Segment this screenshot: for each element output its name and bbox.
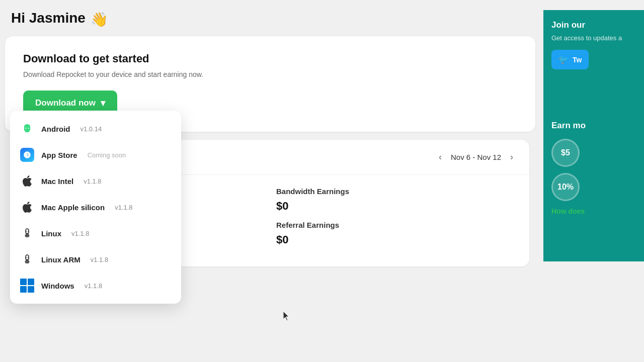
svg-point-5 — [28, 128, 29, 129]
list-item-mac-apple[interactable]: Mac Apple silicon v1.1.8 — [10, 194, 181, 220]
date-range-label: Nov 6 - Nov 12 — [451, 153, 501, 161]
svg-point-6 — [26, 231, 27, 232]
earn-title: Earn mo — [551, 121, 636, 131]
twitter-button[interactable]: 🐦 Tw — [551, 50, 589, 69]
earn-card: Earn mo $5 10% How does — [543, 111, 644, 261]
download-btn-label: Download now — [35, 98, 96, 108]
linux-label: Linux — [41, 229, 61, 238]
earn-badge-dollar: $5 — [551, 139, 580, 167]
earnings-block: Bandwidth Earnings $0 Referral Earnings … — [276, 187, 517, 254]
bandwidth-label: Bandwidth Earnings — [276, 187, 517, 196]
referral-value: $0 — [276, 233, 517, 246]
how-does-link[interactable]: How does — [551, 207, 636, 215]
appstore-icon — [20, 148, 34, 162]
android-icon — [20, 122, 34, 136]
list-item-android[interactable]: Android v1.0.14 — [10, 116, 181, 142]
appstore-soon: Coming soon — [88, 151, 126, 159]
greeting-emoji: 👋 — [91, 11, 108, 28]
svg-point-9 — [28, 257, 29, 258]
earn-badge-percent: 10% — [551, 173, 580, 201]
windows-version: v1.1.8 — [85, 282, 102, 290]
windows-label: Windows — [41, 282, 74, 290]
linux-arm-icon — [20, 252, 34, 266]
list-item-mac-intel[interactable]: Mac Intel v1.1.8 — [10, 168, 181, 194]
linux-icon — [20, 226, 34, 240]
windows-icon — [20, 279, 34, 293]
list-item-linux[interactable]: Linux v1.1.8 — [10, 220, 181, 246]
svg-point-4 — [26, 128, 27, 129]
download-dropdown: Android v1.0.14 App Store Coming soon Ma… — [10, 111, 181, 304]
list-item-linux-arm[interactable]: Linux ARM v1.1.8 — [10, 246, 181, 273]
appstore-label: App Store — [41, 151, 77, 159]
svg-point-7 — [28, 231, 29, 232]
linux-version: v1.1.8 — [71, 230, 89, 237]
svg-point-8 — [26, 257, 27, 258]
list-item-windows[interactable]: Windows v1.1.8 — [10, 273, 181, 299]
prev-period-button[interactable]: ‹ — [435, 150, 446, 164]
mac-apple-version: v1.1.8 — [115, 204, 132, 211]
download-card-subtitle: Download Repocket to your device and sta… — [23, 70, 517, 78]
list-item-appstore[interactable]: App Store Coming soon — [10, 142, 181, 168]
android-label: Android — [41, 125, 70, 133]
android-version: v1.0.14 — [80, 125, 102, 133]
greeting-text: Hi Jasmine — [8, 10, 86, 26]
next-period-button[interactable]: › — [506, 150, 517, 164]
mac-intel-icon — [20, 174, 34, 188]
mac-intel-label: Mac Intel — [41, 177, 73, 186]
join-card: Join our Get access to updates a 🐦 Tw — [543, 10, 644, 111]
mac-apple-icon — [20, 200, 34, 214]
right-sidebar: Join our Get access to updates a 🐦 Tw Ea… — [543, 10, 644, 362]
referral-label: Referral Earnings — [276, 221, 517, 229]
twitter-icon: 🐦 — [558, 55, 569, 64]
join-title: Join our — [551, 20, 636, 30]
mac-intel-version: v1.1.8 — [84, 177, 101, 185]
linux-arm-version: v1.1.8 — [91, 256, 108, 263]
download-card-title: Download to get started — [23, 52, 517, 65]
chevron-down-icon: ▾ — [101, 98, 105, 109]
mac-apple-label: Mac Apple silicon — [41, 203, 105, 212]
bandwidth-value: $0 — [276, 200, 517, 213]
linux-arm-label: Linux ARM — [41, 255, 80, 264]
twitter-label: Tw — [573, 56, 582, 64]
join-body: Get access to updates a — [551, 34, 636, 42]
date-nav: ‹ Nov 6 - Nov 12 › — [435, 150, 517, 164]
